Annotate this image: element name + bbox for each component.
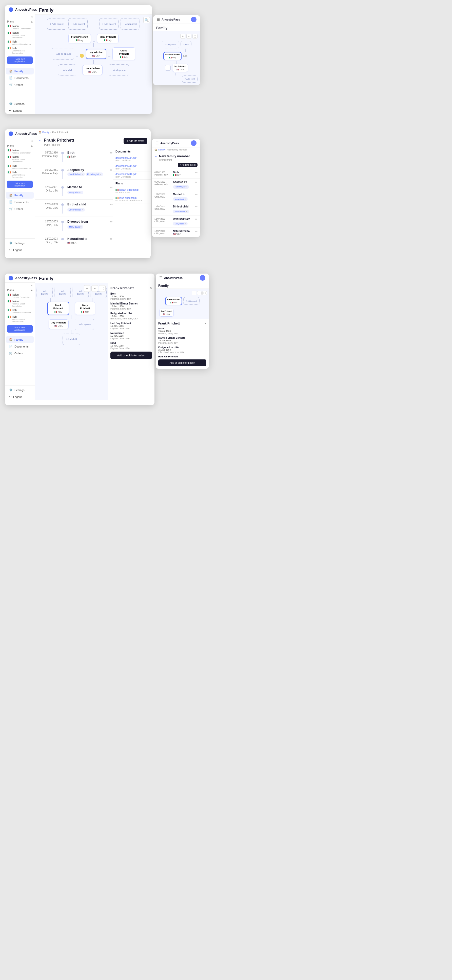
add-parent-4-s1[interactable]: + Add parent xyxy=(121,18,140,30)
sidebar-item-documents-s1[interactable]: 📄 Documents xyxy=(6,75,34,81)
overlay-avatar-s2[interactable] xyxy=(191,140,196,146)
plan-item-3-s2[interactable]: 🇮🇪Irish Maternal Grandfather xyxy=(5,164,35,170)
add-parent-2-s3[interactable]: + Add parent xyxy=(54,287,71,298)
edit-birth-s2[interactable]: ✏ xyxy=(110,151,113,155)
ov-zoom-out-s3[interactable]: − xyxy=(197,291,202,295)
add-new-app-btn-s1[interactable]: + Add new application xyxy=(7,56,33,64)
add-event-btn-s2[interactable]: + Add life event xyxy=(124,138,147,144)
plan-item-2-s2[interactable]: 🇮🇹Italian Paternal Great Grandfather xyxy=(5,155,35,164)
sidebar-settings-s2[interactable]: ⚙️ Settings xyxy=(6,240,34,247)
sidebar-item-documents-s2[interactable]: 📄 Documents xyxy=(6,199,34,205)
sidebar-collapse-s2[interactable]: « xyxy=(5,138,35,143)
overlay-add-child-s1[interactable]: + Add child xyxy=(182,75,197,83)
sidebar-item-documents-s3[interactable]: 📄 Documents xyxy=(6,343,34,350)
sidebar-settings-s3[interactable]: ⚙️ Settings xyxy=(6,387,34,393)
joe-pritchett-card-s1[interactable]: Joe Pritchett 🇺🇸 USA xyxy=(82,65,103,75)
add-new-app-btn-s3[interactable]: + Add new application xyxy=(7,325,33,332)
overlay-add-event-btn-s2[interactable]: + Add life event xyxy=(178,163,197,167)
tag-joe-child-s2[interactable]: Joe Pritchett × xyxy=(67,208,85,212)
ov-add-parent-s3[interactable]: + Add parent xyxy=(183,297,200,305)
sidebar-item-family-s3[interactable]: 🏠 Family xyxy=(6,336,34,343)
plan-italian-s2[interactable]: 🇮🇹 Italian citizenship via Papa Rosa xyxy=(113,187,151,195)
overlay-edit-child-s2[interactable]: ✏ xyxy=(195,205,197,213)
overlay-edit-adopted-s2[interactable]: ✏ xyxy=(195,181,197,189)
overlay-tag-joe-child-s2[interactable]: Joe Pritchett × xyxy=(173,210,189,213)
overlay-jay-card-s1[interactable]: Jay Pritchett 🇺🇸 USA xyxy=(172,64,188,72)
ov-zoom-in-s3[interactable]: + xyxy=(192,291,196,295)
add-new-app-btn-s2[interactable]: + Add new application xyxy=(7,181,33,188)
doc-1-s2[interactable]: document1234.pdf Birth Certificate xyxy=(113,155,151,163)
add-parent-1-s1[interactable]: + Add parent xyxy=(47,18,66,30)
overlay-edit-birth-s2[interactable]: ✏ xyxy=(195,171,197,176)
info-panel-close-s3[interactable]: × xyxy=(150,286,152,290)
overlay-zoom-out-s1[interactable]: − xyxy=(186,34,191,39)
add-spouse-s1[interactable]: + Add spouse xyxy=(109,64,129,76)
overlay-edit-married-s2[interactable]: ✏ xyxy=(195,193,197,201)
doc-2-s2[interactable]: document1234.pdf Birth Certificate xyxy=(113,163,151,172)
edit-divorced-s2[interactable]: ✏ xyxy=(110,220,113,224)
zoom-in-s3[interactable]: + xyxy=(84,285,91,292)
tag-mary-black-divorced-s2[interactable]: Mary Black × xyxy=(67,225,83,229)
plans-header-s1[interactable]: Plans ∧ xyxy=(7,20,33,23)
plan-item-4[interactable]: 🇮🇪Irish Maternal Great Grandmother xyxy=(5,46,35,55)
overlay-tag-mary-divorced-s2[interactable]: Mary Black × xyxy=(173,222,188,226)
sidebar-item-orders-s3[interactable]: 🛒 Orders xyxy=(6,350,34,356)
tag-mary-black-married-s2[interactable]: Mary Black × xyxy=(67,191,83,194)
frank-card-s3[interactable]: Frank Pritchett 🇮🇹 Italy xyxy=(47,302,69,315)
plan-irish-s2[interactable]: 🇮🇪 Irish citizenship via maternal Grandm… xyxy=(113,195,151,204)
mary-card-s3[interactable]: Mary Pritchett 🇮🇹 Italy xyxy=(75,302,95,315)
overlay-edit-naturalized-s2[interactable]: ✏ xyxy=(195,230,197,235)
overlay-edit-divorced-s2[interactable]: ✏ xyxy=(195,218,197,226)
plan-item-2-s3[interactable]: 🇮🇹Italian Paternal Great Grandfather xyxy=(5,299,35,308)
sidebar-collapse-s3[interactable]: « xyxy=(5,283,35,288)
add-parent-3-s1[interactable]: + Add parent xyxy=(99,18,118,30)
edit-adopted-s2[interactable]: ✏ xyxy=(110,168,113,172)
add-ex-spouse-s1[interactable]: + Add ex-spouse xyxy=(52,48,74,59)
mary-pritchett-card-s1[interactable]: Mary Pritchett 🇮🇹 Italy xyxy=(97,34,118,43)
overlay-frank-card-s1[interactable]: Frank Pritchett 🇮🇹 Italy xyxy=(163,52,181,60)
overlay-plus-btn-s1[interactable]: + xyxy=(165,65,171,71)
plan-item-1-s2[interactable]: 🇮🇹Italian Paternal Grandfather xyxy=(5,148,35,155)
sidebar-logout-s1[interactable]: ↩ Logout xyxy=(6,107,34,114)
zoom-out-s3[interactable]: − xyxy=(91,285,98,292)
edit-married-s2[interactable]: ✏ xyxy=(110,185,113,189)
sidebar-logout-s3[interactable]: ↩ Logout xyxy=(6,393,34,400)
doc-3-s2[interactable]: document1234.pdf Birth Certificate xyxy=(113,172,151,180)
plan-item-3[interactable]: 🇮🇪Irish Maternal Grandfather xyxy=(5,40,35,46)
jay-card-s3[interactable]: Jay Pritchett 🇺🇸 USA xyxy=(49,320,68,329)
plan-item-4-s3[interactable]: 🇮🇪Irish Maternal Great Grandmother xyxy=(5,315,35,323)
sidebar-collapse-s1[interactable]: « xyxy=(5,14,35,19)
ov-fullscreen-s3[interactable]: ⛶ xyxy=(202,291,207,295)
breadcrumb-family-link-s2[interactable]: Family xyxy=(42,131,49,134)
zoom-in-btn-s1[interactable]: 🔍 xyxy=(143,17,150,23)
overlay-add-parent-2-s1[interactable]: + Add xyxy=(181,41,191,48)
sidebar-item-orders-s1[interactable]: 🛒 Orders xyxy=(6,81,34,88)
plan-item-3-s3[interactable]: 🇮🇪Irish Maternal Grandfather xyxy=(5,308,35,315)
overlay-add-parent-1-s1[interactable]: + Add parent xyxy=(162,41,179,48)
sidebar-logout-s2[interactable]: ↩ Logout xyxy=(6,247,34,253)
sidebar-settings-s1[interactable]: ⚙️ Settings xyxy=(6,100,34,107)
jay-pritchett-card-s1[interactable]: Jay Pritchett 🇺🇸 USA xyxy=(86,49,107,59)
add-parent-1-s3[interactable]: + Add parent xyxy=(36,287,53,298)
add-child-s3[interactable]: + Add child xyxy=(62,334,80,345)
overlay-avatar-s3[interactable] xyxy=(200,275,205,281)
tag-ruth-mayfair-adopted-s2[interactable]: Ruth Mayfair × xyxy=(86,172,103,176)
add-parent-2-s1[interactable]: + Add parent xyxy=(68,18,88,30)
add-spouse-s3[interactable]: + Add spouse xyxy=(75,319,94,330)
sidebar-item-family-s2[interactable]: 🏠 Family xyxy=(6,192,34,199)
gloria-pritchett-card-s1[interactable]: Gloria Pritchett 🇮🇹 Italy xyxy=(113,48,135,60)
overlay-fullscreen-s1[interactable]: ⛶ xyxy=(193,34,197,39)
edit-child-s2[interactable]: ✏ xyxy=(110,203,113,207)
ov-info-close-s3[interactable]: × xyxy=(204,321,206,326)
back-btn-s2[interactable]: ← xyxy=(38,138,42,142)
tag-joe-pritchett-adopted-s2[interactable]: Joe Pritchett × xyxy=(67,172,85,176)
frank-pritchett-card-s1[interactable]: Frank Pritchett 🇮🇹 Italy xyxy=(68,34,91,43)
overlay-tag-ruth-s2[interactable]: Ruth Mayfair × xyxy=(173,185,189,189)
add-child-s1[interactable]: + Add child xyxy=(58,64,76,76)
plans-header-s2[interactable]: Plans ∧ xyxy=(7,145,33,147)
plan-item-4-s2[interactable]: 🇮🇪Irish Maternal Great Grandmother xyxy=(5,170,35,179)
add-edit-btn-s3[interactable]: Add or edit information xyxy=(110,352,152,359)
overlay-back-s2[interactable]: ← xyxy=(154,154,158,158)
ov-add-edit-btn-s3[interactable]: Add or edit information xyxy=(158,360,206,366)
fullscreen-s3[interactable]: ⛶ xyxy=(99,285,106,292)
